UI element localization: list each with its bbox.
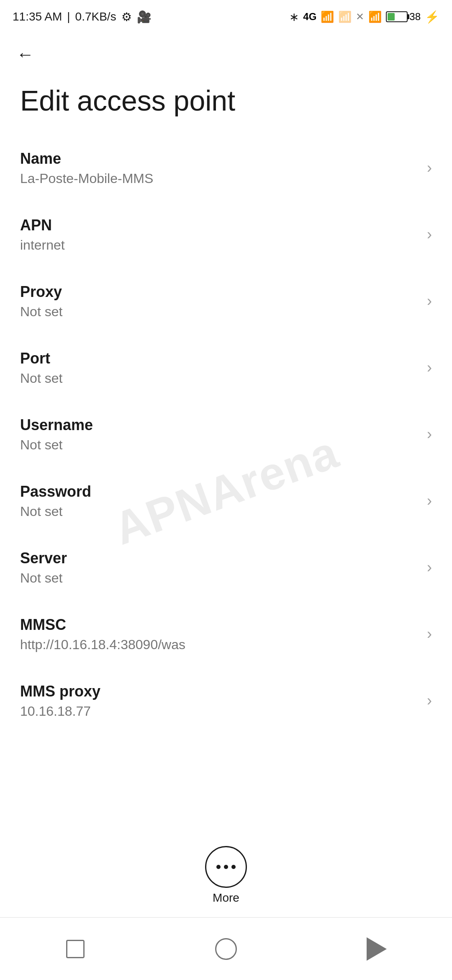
settings-item-mmsc-title: MMSC — [20, 616, 419, 634]
settings-item-proxy-title: Proxy — [20, 283, 419, 301]
settings-item-name[interactable]: Name La-Poste-Mobile-MMS › — [0, 135, 452, 201]
battery-indicator: 38 — [386, 11, 421, 23]
nav-recents-icon — [66, 940, 85, 958]
settings-item-mmsc[interactable]: MMSC http://10.16.18.4:38090/was › — [0, 601, 452, 668]
settings-item-port-content: Port Not set — [20, 350, 419, 386]
settings-item-name-content: Name La-Poste-Mobile-MMS — [20, 150, 419, 186]
page-title-container: Edit access point — [0, 75, 452, 135]
settings-item-port-title: Port — [20, 350, 419, 367]
settings-item-username-title: Username — [20, 416, 419, 434]
nav-home-icon — [215, 938, 237, 960]
chevron-right-icon-server: › — [427, 559, 432, 576]
divider: | — [67, 10, 70, 23]
chevron-right-icon-proxy: › — [427, 292, 432, 310]
settings-item-apn-title: APN — [20, 217, 419, 234]
settings-item-mms-proxy[interactable]: MMS proxy 10.16.18.77 › — [0, 668, 452, 734]
settings-item-username[interactable]: Username Not set › — [0, 401, 452, 468]
nav-back-button[interactable] — [356, 932, 398, 966]
settings-item-server-title: Server — [20, 549, 419, 567]
settings-item-apn-value: internet — [20, 237, 419, 253]
chevron-right-icon-apn: › — [427, 226, 432, 243]
settings-icon: ⚙ — [121, 10, 132, 24]
settings-item-server-value: Not set — [20, 570, 419, 586]
settings-item-name-title: Name — [20, 150, 419, 168]
more-button[interactable] — [205, 846, 247, 888]
signal-bars-2-icon: 📶 — [338, 10, 352, 23]
settings-item-port-value: Not set — [20, 371, 419, 386]
back-arrow-icon: ← — [16, 44, 34, 64]
network-4g-icon: 4G — [303, 11, 316, 23]
chevron-right-icon-name: › — [427, 159, 432, 177]
nav-recents-button[interactable] — [54, 932, 96, 966]
x-icon: ✕ — [356, 11, 364, 23]
more-dots-icon — [216, 865, 236, 869]
chevron-right-icon-mmsc: › — [427, 625, 432, 643]
more-section: More — [205, 846, 247, 905]
settings-item-password-title: Password — [20, 483, 419, 500]
settings-item-mms-proxy-content: MMS proxy 10.16.18.77 — [20, 683, 419, 719]
settings-item-mmsc-content: MMSC http://10.16.18.4:38090/was — [20, 616, 419, 652]
network-speed: 0.7KB/s — [75, 10, 116, 23]
status-left: 11:35 AM | 0.7KB/s ⚙ 🎥 — [13, 10, 152, 24]
settings-item-apn[interactable]: APN internet › — [0, 201, 452, 268]
settings-item-password-content: Password Not set — [20, 483, 419, 519]
bluetooth-icon: ∗ — [289, 10, 299, 24]
settings-item-server[interactable]: Server Not set › — [0, 534, 452, 601]
chevron-right-icon-mms-proxy: › — [427, 692, 432, 709]
settings-item-proxy-value: Not set — [20, 304, 419, 320]
settings-item-mms-proxy-title: MMS proxy — [20, 683, 419, 700]
settings-item-password[interactable]: Password Not set › — [0, 468, 452, 534]
nav-home-button[interactable] — [205, 932, 247, 966]
settings-item-proxy-content: Proxy Not set — [20, 283, 419, 320]
more-label: More — [213, 891, 239, 905]
chevron-right-icon-password: › — [427, 492, 432, 510]
status-right: ∗ 4G 📶 📶 ✕ 📶 38 ⚡ — [289, 10, 439, 24]
chevron-right-icon-port: › — [427, 359, 432, 377]
settings-item-apn-content: APN internet — [20, 217, 419, 253]
battery-box — [386, 11, 408, 22]
settings-item-name-value: La-Poste-Mobile-MMS — [20, 171, 419, 186]
settings-item-username-value: Not set — [20, 437, 419, 453]
signal-bars-icon: 📶 — [321, 10, 334, 23]
wifi-icon: 📶 — [368, 10, 382, 23]
settings-item-password-value: Not set — [20, 504, 419, 519]
bolt-icon: ⚡ — [425, 10, 439, 24]
more-dot-3 — [231, 865, 236, 869]
camera-icon: 🎥 — [137, 10, 152, 24]
settings-item-proxy[interactable]: Proxy Not set › — [0, 268, 452, 335]
back-button[interactable]: ← — [13, 42, 38, 67]
time-display: 11:35 AM — [13, 10, 62, 23]
battery-fill — [388, 13, 395, 21]
chevron-right-icon-username: › — [427, 426, 432, 443]
top-nav: ← — [0, 34, 452, 75]
settings-item-server-content: Server Not set — [20, 549, 419, 586]
settings-item-username-content: Username Not set — [20, 416, 419, 453]
page-title: Edit access point — [20, 84, 432, 118]
more-dot-2 — [224, 865, 228, 869]
status-bar: 11:35 AM | 0.7KB/s ⚙ 🎥 ∗ 4G 📶 📶 ✕ 📶 38 ⚡ — [0, 0, 452, 34]
bottom-nav-bar — [0, 917, 452, 980]
nav-back-icon — [367, 937, 387, 961]
settings-item-mms-proxy-value: 10.16.18.77 — [20, 704, 419, 719]
settings-item-port[interactable]: Port Not set › — [0, 335, 452, 401]
settings-list: Name La-Poste-Mobile-MMS › APN internet … — [0, 135, 452, 734]
battery-percent: 38 — [409, 11, 421, 23]
settings-item-mmsc-value: http://10.16.18.4:38090/was — [20, 637, 419, 652]
more-dot-1 — [216, 865, 221, 869]
